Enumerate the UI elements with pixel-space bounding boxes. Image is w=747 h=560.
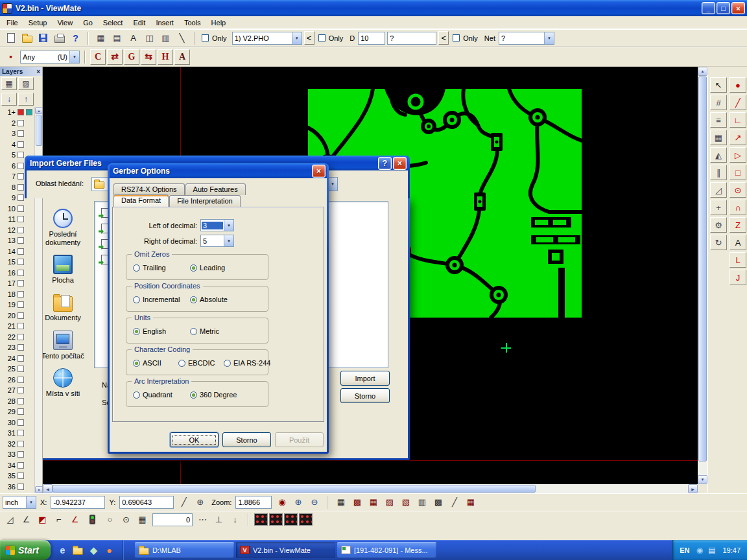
layer-row-18[interactable]: 18 — [0, 289, 34, 300]
swap-items-icon[interactable]: ⇆ — [141, 49, 156, 65]
measure-line-icon[interactable]: ╱ — [176, 495, 191, 509]
pad-pattern-icon-3[interactable] — [284, 513, 298, 526]
dcode-query-field[interactable]: ? — [387, 32, 436, 45]
layer-color-chip[interactable] — [18, 472, 24, 479]
dropdown-arrow-icon[interactable] — [69, 51, 79, 63]
layer-color-chip[interactable] — [18, 387, 24, 393]
dropdown-arrow-icon[interactable] — [327, 178, 337, 191]
measure-tool-icon[interactable]: ◿ — [710, 182, 727, 198]
anchor-icon[interactable]: ⊥ — [211, 513, 226, 526]
menu-tools[interactable]: Tools — [179, 17, 206, 29]
layer-row-31[interactable]: 31 — [0, 428, 34, 439]
scroll-up-icon[interactable] — [698, 67, 707, 76]
text-tool-icon[interactable]: A — [729, 235, 746, 250]
polyline-tool-icon[interactable]: ∟ — [729, 112, 746, 128]
import-button[interactable]: Import — [340, 371, 390, 386]
start-button[interactable]: Start — [0, 540, 51, 560]
layer-color-chip[interactable] — [18, 205, 24, 212]
scroll-right-icon[interactable] — [688, 484, 698, 493]
dialog-help-button[interactable]: ? — [378, 157, 392, 170]
layer-color-chip[interactable] — [18, 312, 24, 319]
zoom-out-icon[interactable]: ⊖ — [307, 495, 322, 509]
new-file-icon[interactable] — [3, 31, 18, 45]
angle-snap-icon[interactable]: ∠ — [19, 513, 34, 526]
grid-snap-icon[interactable]: ▩ — [350, 495, 364, 509]
layer-row-4[interactable]: 4 — [0, 139, 34, 150]
layer-combo[interactable]: 1) V2.PHO — [232, 32, 302, 45]
layer-color-chip[interactable] — [18, 216, 24, 222]
radio-ascii[interactable]: ASCII — [133, 359, 178, 367]
layer-color-chip[interactable] — [18, 484, 24, 490]
arc-tool-icon[interactable]: ∩ — [729, 200, 746, 215]
layer-row-14[interactable]: 14 — [0, 246, 34, 257]
move-tool-icon[interactable]: + — [710, 200, 727, 215]
snap-grid-icon[interactable]: # — [710, 95, 727, 110]
pattern-mode-icon[interactable]: ▦ — [463, 495, 478, 509]
layer-color-chip[interactable] — [18, 377, 24, 383]
dropdown-arrow-icon[interactable] — [224, 220, 233, 231]
layers-hatch-icon[interactable]: ▨ — [18, 77, 34, 90]
y-coordinate-field[interactable]: 0.690643 — [119, 496, 174, 509]
probe-icon[interactable]: ⊙ — [119, 513, 134, 526]
counter-field[interactable]: 0 — [152, 513, 193, 526]
radio-eia-rs-244[interactable]: EIA RS-244 — [224, 359, 269, 367]
menu-help[interactable]: Help — [206, 17, 231, 29]
trace-select-icon[interactable]: ▥ — [158, 31, 173, 45]
dropdown-arrow-icon[interactable] — [544, 32, 554, 44]
firefox-quicklaunch-icon[interactable]: ● — [102, 543, 116, 557]
task-191-482-091-mess[interactable]: [191-482-091] - Mess... — [337, 542, 436, 558]
maximize-button[interactable]: □ — [717, 2, 730, 14]
settings-gear-icon[interactable]: ⚙ — [710, 217, 727, 233]
menu-go[interactable]: Go — [78, 17, 98, 29]
place-dokumenty[interactable]: Dokumenty — [36, 293, 90, 322]
layer-color-chip[interactable] — [18, 451, 24, 458]
layer-row-3[interactable]: 3 — [0, 128, 34, 139]
dropdown-arrow-icon[interactable] — [26, 496, 36, 508]
tab-file-interpretation[interactable]: File Interpretation — [169, 195, 241, 207]
layer-row-33[interactable]: 33 — [0, 449, 34, 460]
layer-row-32[interactable]: 32 — [0, 439, 34, 450]
layer-color-chip[interactable] — [18, 419, 24, 426]
stack-icon[interactable]: ≡ — [710, 112, 727, 128]
dcode-filter-combo[interactable]: Any (U) — [20, 51, 80, 64]
selection-mode-icon[interactable]: ▪ — [3, 50, 18, 64]
layer-row-21[interactable]: 21 — [0, 321, 34, 332]
layer-row-12[interactable]: 12 — [0, 225, 34, 236]
lasso-icon[interactable]: ○ — [102, 513, 117, 526]
layer-color-chip[interactable] — [18, 130, 24, 137]
apply-button[interactable]: Použít — [275, 432, 324, 447]
layer-color-chip[interactable] — [18, 408, 24, 415]
ruler-corner-icon[interactable]: ⌐ — [51, 513, 66, 526]
gerber-g-icon[interactable]: G — [124, 49, 139, 65]
place-plocha[interactable]: Plocha — [36, 255, 90, 285]
layer-color-chip[interactable] — [18, 462, 24, 469]
radio-incremental[interactable]: Incremental — [133, 296, 190, 303]
layer-color-chip[interactable] — [18, 194, 24, 201]
origin-target-icon[interactable]: ⊕ — [193, 495, 208, 509]
layer-row-22[interactable]: 22 — [0, 332, 34, 343]
protractor-icon[interactable]: ∠ — [67, 513, 82, 526]
layer-color-chip[interactable] — [18, 270, 24, 276]
layer-row-17[interactable]: 17 — [0, 278, 34, 289]
layer-color-chip[interactable] — [18, 366, 24, 372]
tab-auto-features[interactable]: Auto Features — [185, 183, 246, 195]
j-pad-tool-icon[interactable]: J — [729, 270, 746, 285]
layer-down-icon[interactable]: ↓ — [1, 93, 17, 106]
layers-scrollbar-thumb[interactable] — [36, 115, 42, 146]
scroll-left-icon[interactable] — [43, 484, 53, 493]
highlight-traffic-icon[interactable] — [85, 513, 100, 526]
layer-row-20[interactable]: 20 — [0, 310, 34, 321]
layer-prev-button[interactable]: < — [304, 31, 314, 45]
layer-color-chip[interactable] — [18, 334, 24, 340]
layer-row-11[interactable]: 11 — [0, 214, 34, 225]
layer-row-23[interactable]: 23 — [0, 342, 34, 353]
import-cancel-button[interactable]: Storno — [340, 388, 390, 403]
dcode-field[interactable]: 10 — [358, 32, 385, 45]
select-arrow-icon[interactable]: ↖ — [710, 77, 727, 93]
scroll-up-icon[interactable] — [35, 107, 42, 114]
negative-mode-icon[interactable]: ▩ — [431, 495, 445, 509]
zoom-field[interactable]: 1.8866 — [235, 496, 272, 509]
layer-color-chip[interactable] — [18, 355, 24, 362]
layer-color-chip[interactable] — [18, 248, 24, 255]
layer-color-chip[interactable] — [18, 152, 24, 158]
